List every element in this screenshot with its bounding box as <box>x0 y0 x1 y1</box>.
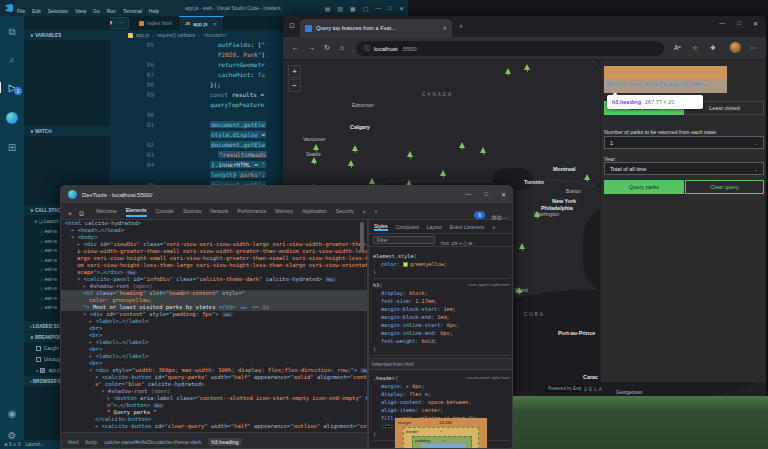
styles-tab-styles[interactable]: Styles <box>374 223 388 231</box>
edge-browser-icon[interactable] <box>0 112 24 124</box>
css-rule[interactable]: h3 {user agent stylesheetdisplay: block;… <box>373 279 510 356</box>
editor-tab-app.js[interactable]: JSapp.js✕ <box>179 16 224 30</box>
account-icon[interactable]: ◉ <box>0 408 24 419</box>
window-control-icon[interactable]: □ <box>388 5 392 11</box>
new-tab-button[interactable]: + <box>459 23 463 30</box>
menu-terminal[interactable]: Terminal <box>123 8 142 14</box>
sidebar-row[interactable]: ∨ WATCH <box>24 126 110 136</box>
menu-run[interactable]: Run <box>107 8 116 14</box>
park-tree-marker[interactable] <box>440 170 447 178</box>
dom-node-row[interactable]: ▾ <calcite-button id="query-parks" width… <box>61 374 367 381</box>
issues-badge[interactable]: 6 <box>474 211 485 219</box>
breadcrumb-item[interactable]: h3.heading <box>208 438 241 446</box>
window-control-icon[interactable]: — <box>719 20 725 27</box>
year-select[interactable]: Total of all time ⌄ <box>604 162 764 175</box>
dom-node-row[interactable]: ▸ #shadow-root (open) <box>61 283 367 290</box>
window-control-icon[interactable]: ✕ <box>399 5 404 12</box>
more-icon[interactable]: ⋯ <box>117 17 124 29</box>
devtools-tab-performance[interactable]: Performance <box>238 206 267 216</box>
menu-go[interactable]: Go <box>93 8 100 14</box>
launch-status[interactable]: Launch... <box>26 442 45 447</box>
dom-node-row[interactable]: ▸ <label>…</label> <box>61 339 367 346</box>
window-control-icon[interactable]: ▤ <box>325 5 331 12</box>
dom-node-row[interactable]: <html calcite-hydrated> <box>61 220 367 227</box>
dom-node-row[interactable]: <br> <box>61 325 367 332</box>
sidebar-row[interactable]: ∨ VARIABLES <box>24 30 110 40</box>
dom-node-row[interactable]: scape">…</div>flex <box>61 269 367 276</box>
elements-scrollbar[interactable] <box>360 222 364 252</box>
window-control-icon[interactable]: ▢ <box>363 5 369 12</box>
browser-tab[interactable]: Query top features from a Feat... ✕ <box>300 19 452 37</box>
css-rule[interactable]: element.style {color: greenyellow;} <box>373 250 510 279</box>
devtools-tab-console[interactable]: Console <box>156 206 174 216</box>
query-parks-button[interactable]: Query parks <box>604 180 684 194</box>
dom-node-row[interactable]: ▸ <label>…</label> <box>61 318 367 325</box>
devtools-tab-security[interactable]: Security <box>336 206 354 216</box>
park-tree-marker[interactable] <box>407 151 414 159</box>
dom-node-row[interactable]: ▸ <calcite-button id="clear-query" width… <box>61 423 367 430</box>
park-tree-marker[interactable] <box>524 64 531 72</box>
checkbox[interactable] <box>36 357 41 362</box>
style-toggle-icon[interactable]: :hov <box>440 241 450 246</box>
search-icon[interactable]: ⌕ <box>0 54 24 66</box>
menu-edit[interactable]: Edit <box>32 8 41 14</box>
park-tree-marker[interactable] <box>459 142 466 150</box>
dom-node-row[interactable]: ▸ <button aria-label class="content--slo… <box>61 395 367 402</box>
park-tree-marker[interactable] <box>519 243 526 251</box>
tab-actions-icon[interactable]: ⊡ <box>289 22 295 30</box>
style-toggle-icon[interactable]: ⊞ <box>468 241 472 246</box>
dom-node-row[interactable]: ▾ #shadow-root (open) <box>61 388 367 395</box>
dom-node-row[interactable]: ▸ <label>…</label> <box>61 353 367 360</box>
styles-tab-computed[interactable]: Computed <box>396 224 419 230</box>
problems-status[interactable]: ⊗ 0 ⚠ 0 <box>4 442 21 447</box>
park-tree-marker[interactable] <box>313 144 320 152</box>
styles-filter-input[interactable]: Filter <box>373 236 435 244</box>
styles-tab-event-listeners[interactable]: Event Listeners <box>450 224 484 230</box>
window-control-icon[interactable]: — <box>375 5 381 11</box>
style-toggle-icon[interactable]: .cls <box>450 241 459 246</box>
menu-view[interactable]: View <box>75 8 86 14</box>
home-icon[interactable]: ⌂ <box>340 44 344 51</box>
checkbox[interactable] <box>36 346 41 351</box>
parks-count-select[interactable]: 1 ⌄ <box>604 136 764 149</box>
extensions-icon[interactable]: ⊞ <box>0 142 24 153</box>
park-tree-marker[interactable] <box>348 160 355 168</box>
add-tab-icon[interactable]: + <box>375 206 378 216</box>
favorites-icon[interactable]: ☆ <box>692 44 698 52</box>
dom-node-row[interactable]: ▾ <calcite-panel id="infoDiv" class="cal… <box>61 276 367 283</box>
checkbox[interactable] <box>40 368 45 373</box>
dom-node-row[interactable]: "> Most or least visited parks by states… <box>61 304 367 311</box>
dom-node-row[interactable]: <br> <box>61 360 367 367</box>
color-swatch[interactable] <box>403 262 408 267</box>
window-control-icon[interactable]: □ <box>484 191 488 198</box>
park-tree-marker[interactable] <box>534 211 541 219</box>
site-info-icon[interactable]: ⓘ <box>364 44 370 53</box>
breadcrumb-item[interactable]: body <box>85 439 97 445</box>
dom-node-row[interactable]: <br> <box>61 346 367 353</box>
explorer-icon[interactable]: ⧉ <box>0 26 24 38</box>
read-aloud-icon[interactable]: Aᵃ <box>674 44 681 51</box>
dom-node-row[interactable]: color: greenyellow; <box>61 297 367 304</box>
dom-node-row[interactable]: <br> <box>61 332 367 339</box>
dom-node-row[interactable]: n">…</button>flex <box>61 402 367 409</box>
menu-file[interactable]: File <box>17 8 25 14</box>
devtools-tab-network[interactable]: Network <box>210 206 228 216</box>
park-tree-marker[interactable] <box>311 157 318 165</box>
dom-node-row[interactable]: um esri-view-height-less-than-large esri… <box>61 262 367 269</box>
tabs-overflow-icon[interactable]: » <box>492 224 495 230</box>
dom-node-row[interactable]: s" color="blue" calcite-hydrated> <box>61 381 367 388</box>
window-control-icon[interactable]: ✕ <box>501 191 506 198</box>
dom-node-row[interactable]: ▸ <div id="viewDiv" class="esri-view esr… <box>61 241 367 248</box>
inspect-element-icon[interactable]: ⌖ <box>68 210 72 217</box>
more-icon[interactable]: ⋯ <box>750 44 757 52</box>
dom-node-row[interactable]: ▸ <head>…</head> <box>61 227 367 234</box>
clear-query-button[interactable]: Clear query <box>685 180 764 194</box>
window-control-icon[interactable]: ▥ <box>337 5 343 12</box>
park-tree-marker[interactable] <box>584 174 591 182</box>
tabs-overflow-icon[interactable]: » <box>363 206 366 216</box>
window-control-icon[interactable]: ✕ <box>753 20 758 27</box>
tab-close-icon[interactable]: ✕ <box>443 25 447 31</box>
devtools-tab-sources[interactable]: Sources <box>183 206 201 216</box>
dom-node-row[interactable]: ▾ <body> <box>61 234 367 241</box>
park-tree-marker[interactable] <box>505 68 512 76</box>
